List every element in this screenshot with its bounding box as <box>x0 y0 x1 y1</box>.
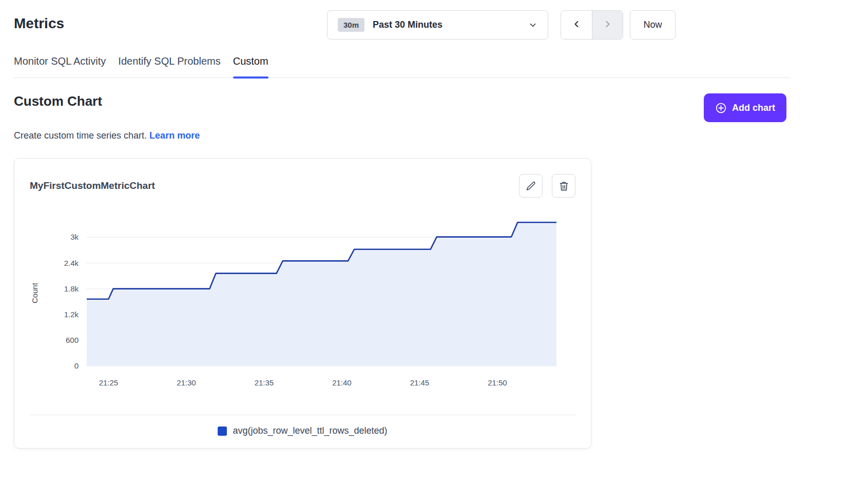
legend-swatch <box>218 427 227 436</box>
svg-text:21:35: 21:35 <box>255 378 274 387</box>
chevron-left-icon <box>571 19 582 31</box>
custom-metric-chart-card: MyFirstCustomMetricChart 06001.2k1.8k2.4… <box>14 158 591 449</box>
svg-text:3k: 3k <box>70 232 79 241</box>
next-time-button[interactable] <box>592 11 623 39</box>
chart-legend[interactable]: avg(jobs_row_level_ttl_rows_deleted) <box>30 415 575 436</box>
svg-text:0: 0 <box>74 361 79 370</box>
now-button[interactable]: Now <box>630 10 676 40</box>
chevron-down-icon <box>528 21 537 30</box>
svg-text:21:40: 21:40 <box>332 378 352 387</box>
plus-circle-icon <box>715 102 727 114</box>
edit-chart-button[interactable] <box>519 174 543 198</box>
metrics-tabs: Monitor SQL Activity Identify SQL Proble… <box>14 53 791 78</box>
time-range-dropdown[interactable]: 30m Past 30 Minutes <box>327 10 548 40</box>
previous-time-button[interactable] <box>561 11 592 39</box>
svg-text:21:50: 21:50 <box>488 378 507 387</box>
description-text: Create custom time series chart. <box>14 130 147 141</box>
chart-card-header: MyFirstCustomMetricChart <box>30 174 575 198</box>
delete-chart-button[interactable] <box>552 174 575 198</box>
svg-text:1.8k: 1.8k <box>64 284 79 293</box>
svg-text:2.4k: 2.4k <box>64 259 79 267</box>
section-title: Custom Chart <box>14 93 102 109</box>
svg-text:600: 600 <box>66 336 79 344</box>
page-header: Metrics 30m Past 30 Minutes Now <box>0 0 847 53</box>
add-chart-label: Add chart <box>732 103 775 113</box>
custom-chart-svg: 06001.2k1.8k2.4k3k21:2521:3021:3521:4021… <box>30 215 576 392</box>
section-description: Create custom time series chart. Learn m… <box>0 122 847 141</box>
legend-label: avg(jobs_row_level_ttl_rows_deleted) <box>233 425 387 436</box>
chart-area: 06001.2k1.8k2.4k3k21:2521:3021:3521:4021… <box>30 215 575 394</box>
svg-text:21:45: 21:45 <box>410 378 430 387</box>
learn-more-link[interactable]: Learn more <box>149 130 200 141</box>
page-title: Metrics <box>14 15 64 32</box>
chart-title: MyFirstCustomMetricChart <box>30 180 155 191</box>
pencil-icon <box>526 181 536 191</box>
chart-card-actions <box>519 174 575 198</box>
time-step-controls <box>561 10 623 40</box>
time-range-label: Past 30 Minutes <box>373 20 442 30</box>
tab-monitor-sql-activity[interactable]: Monitor SQL Activity <box>14 53 106 77</box>
svg-text:21:30: 21:30 <box>177 378 196 387</box>
svg-text:21:25: 21:25 <box>99 378 119 387</box>
time-range-badge: 30m <box>338 18 364 32</box>
chevron-right-icon <box>603 19 613 31</box>
trash-icon <box>559 181 569 191</box>
tab-identify-sql-problems[interactable]: Identify SQL Problems <box>118 53 220 77</box>
tab-custom[interactable]: Custom <box>233 53 268 77</box>
custom-chart-section-header: Custom Chart Add chart <box>0 78 847 122</box>
svg-text:Count: Count <box>30 282 39 303</box>
add-chart-button[interactable]: Add chart <box>704 93 786 122</box>
svg-text:1.2k: 1.2k <box>64 310 79 319</box>
